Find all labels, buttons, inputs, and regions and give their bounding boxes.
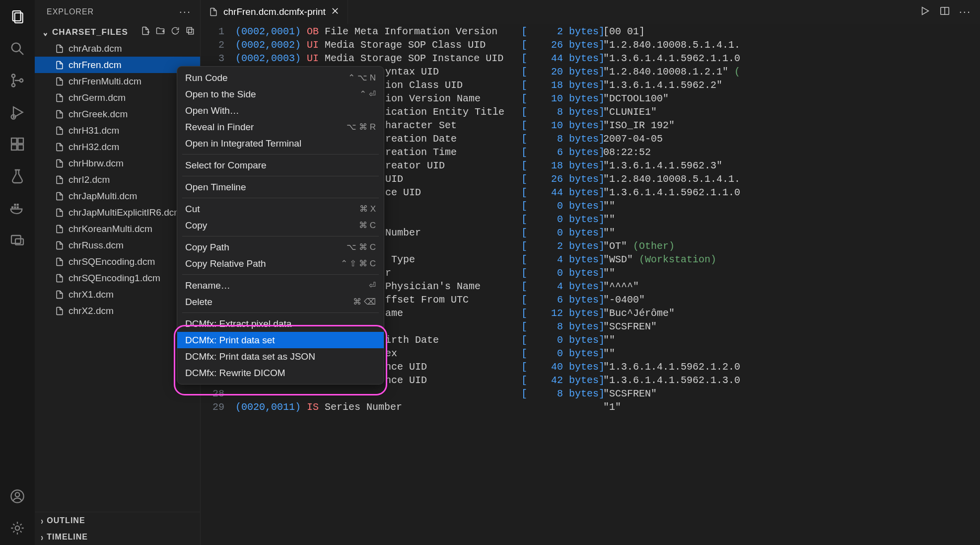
menu-item[interactable]: DCMfx: Print data set as JSON (177, 348, 384, 365)
file-item[interactable]: chrGreek.dcm (35, 106, 200, 122)
new-file-icon[interactable] (140, 26, 150, 38)
menu-item-label: Cut (185, 204, 200, 215)
menu-separator (182, 176, 379, 176)
file-name: chrSQEncoding.dcm (69, 256, 155, 267)
editor-more-icon[interactable]: ··· (959, 5, 971, 18)
file-item[interactable]: chrI2.dcm (35, 171, 200, 188)
file-item[interactable]: chrSQEncoding1.dcm (35, 270, 200, 286)
menu-item[interactable]: Rename…⏎ (177, 277, 384, 294)
menu-item-shortcut: ⌃ ⇧ ⌘ C (341, 258, 376, 269)
menu-item-shortcut: ⌘ C (359, 220, 376, 231)
menu-item-shortcut: ⌘ ⌫ (353, 297, 376, 307)
file-name: chrKoreanMulti.dcm (69, 224, 152, 234)
menu-item-label: DCMfx: Rewrite DICOM (185, 368, 285, 379)
svg-rect-9 (11, 138, 17, 144)
menu-separator (182, 236, 379, 236)
menu-item-label: Copy Relative Path (185, 258, 266, 269)
svg-point-4 (12, 74, 15, 77)
search-icon[interactable] (9, 41, 25, 57)
svg-rect-13 (11, 206, 13, 208)
new-folder-icon[interactable] (155, 26, 165, 38)
timeline-section[interactable]: › TIMELINE (35, 529, 200, 545)
file-name: chrArab.dcm (69, 43, 122, 54)
tab-close-icon[interactable] (331, 6, 340, 18)
svg-point-6 (20, 79, 23, 82)
file-name: chrH31.dcm (69, 125, 119, 136)
accounts-icon[interactable] (9, 488, 25, 504)
menu-item[interactable]: Run Code⌃ ⌥ N (177, 70, 384, 86)
split-editor-icon[interactable] (939, 5, 950, 18)
extensions-icon[interactable] (9, 136, 25, 152)
menu-item-shortcut: ⌥ ⌘ R (347, 122, 376, 132)
file-icon (55, 93, 65, 103)
file-item[interactable]: chrX2.dcm (35, 303, 200, 319)
run-file-icon[interactable] (919, 5, 930, 18)
file-icon (55, 109, 65, 119)
explorer-icon[interactable] (9, 9, 25, 25)
file-name: chrSQEncoding1.dcm (69, 273, 160, 284)
menu-item[interactable]: Reveal in Finder⌥ ⌘ R (177, 119, 384, 135)
menu-item[interactable]: Open to the Side⌃ ⏎ (177, 86, 384, 102)
menu-item[interactable]: DCMfx: Extract pixel data (177, 315, 384, 332)
remote-icon[interactable] (9, 232, 25, 247)
file-icon (55, 191, 65, 201)
editor-tab[interactable]: chrFren.dcm.dcmfx-print (201, 0, 348, 24)
file-name: chrFrenMulti.dcm (69, 76, 141, 87)
file-item[interactable]: chrRuss.dcm (35, 237, 200, 253)
svg-rect-12 (18, 138, 23, 144)
file-name: chrH32.dcm (69, 142, 119, 153)
file-icon (55, 240, 65, 250)
menu-item[interactable]: Copy Path⌥ ⌘ C (177, 239, 384, 255)
file-item[interactable]: chrGerm.dcm (35, 89, 200, 106)
menu-item-label: Run Code (185, 73, 228, 83)
menu-item[interactable]: Delete⌘ ⌫ (177, 294, 384, 310)
sidebar-more-icon[interactable]: ··· (179, 5, 191, 18)
file-item[interactable]: chrH31.dcm (35, 122, 200, 139)
menu-item[interactable]: Open With… (177, 102, 384, 119)
file-item[interactable]: chrH32.dcm (35, 139, 200, 155)
svg-rect-23 (187, 27, 192, 32)
menu-separator (182, 274, 379, 275)
menu-item-label: Delete (185, 297, 212, 308)
context-menu: Run Code⌃ ⌥ NOpen to the Side⌃ ⏎Open Wit… (177, 66, 384, 385)
file-name: chrRuss.dcm (69, 240, 124, 251)
tab-title: chrFren.dcm.dcmfx-print (223, 6, 326, 17)
file-item[interactable]: chrHbrw.dcm (35, 155, 200, 171)
menu-item[interactable]: Copy⌘ C (177, 217, 384, 234)
file-item[interactable]: chrKoreanMulti.dcm (35, 221, 200, 237)
menu-item[interactable]: DCMfx: Rewrite DICOM (177, 365, 384, 381)
file-item[interactable]: chrSQEncoding.dcm (35, 253, 200, 270)
source-control-icon[interactable] (9, 73, 25, 88)
menu-item[interactable]: Open in Integrated Terminal (177, 135, 384, 152)
file-item[interactable]: chrJapMultiExplicitIR6.dcm (35, 204, 200, 221)
menu-item[interactable]: Copy Relative Path⌃ ⇧ ⌘ C (177, 255, 384, 272)
file-item[interactable]: chrArab.dcm (35, 40, 200, 57)
folder-header[interactable]: ⌄ CHARSET_FILES (35, 24, 200, 40)
menu-item[interactable]: DCMfx: Print data set (177, 332, 384, 348)
svg-marker-27 (922, 7, 928, 15)
settings-gear-icon[interactable] (9, 520, 25, 536)
file-name: chrI2.dcm (69, 174, 110, 185)
file-item[interactable]: chrJapMulti.dcm (35, 188, 200, 204)
menu-item[interactable]: Open Timeline (177, 179, 384, 195)
run-debug-icon[interactable] (9, 104, 25, 120)
menu-item[interactable]: Cut⌘ X (177, 201, 384, 217)
menu-item-shortcut: ⏎ (369, 280, 376, 291)
file-name: chrFren.dcm (69, 60, 122, 71)
file-item[interactable]: chrFrenMulti.dcm (35, 73, 200, 89)
folder-name: CHARSET_FILES (52, 27, 138, 37)
file-item[interactable]: chrX1.dcm (35, 286, 200, 303)
sidebar-title: EXPLORER (47, 7, 94, 16)
chevron-right-icon: › (41, 515, 44, 526)
menu-item[interactable]: Select for Compare (177, 157, 384, 173)
outline-section[interactable]: › OUTLINE (35, 512, 200, 529)
docker-icon[interactable] (9, 200, 25, 216)
collapse-folders-icon[interactable] (185, 26, 195, 38)
refresh-icon[interactable] (170, 26, 180, 38)
menu-separator (182, 154, 379, 155)
file-item[interactable]: chrFren.dcm (35, 57, 200, 73)
outline-label: OUTLINE (47, 516, 85, 525)
testing-icon[interactable] (9, 168, 25, 184)
file-icon (55, 224, 65, 234)
svg-point-2 (12, 43, 20, 52)
